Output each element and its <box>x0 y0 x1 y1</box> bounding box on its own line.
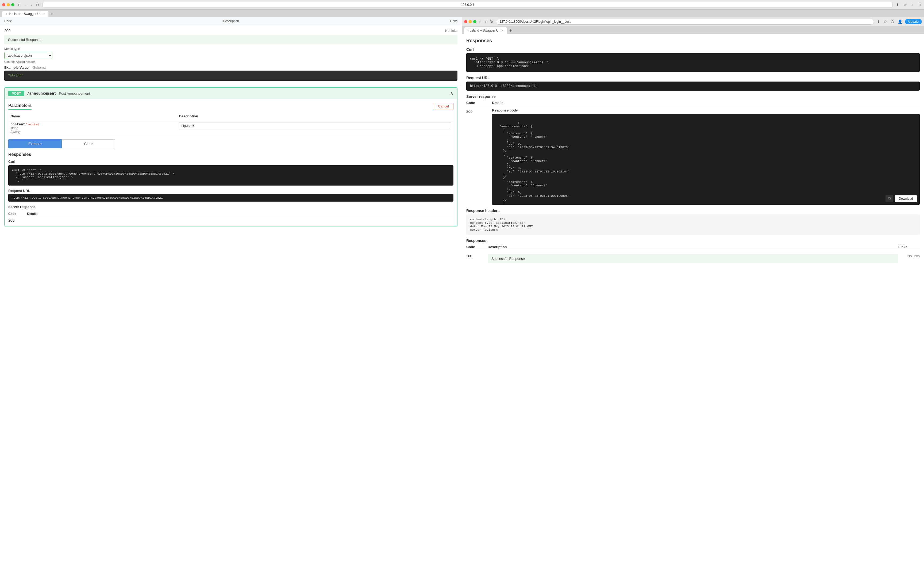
post-header[interactable]: POST /announcement Post Announcement ∧ <box>5 88 457 99</box>
tab-label-right: irusland – Swagger UI <box>468 29 500 32</box>
tab-left-swagger[interactable]: 1 irusland – Swagger UI ✕ <box>2 11 48 17</box>
param-location: (query) <box>11 130 175 134</box>
tab-close-left[interactable]: ✕ <box>42 12 44 16</box>
right-response-200: 200 <box>466 108 488 113</box>
bottom-desc-col: Description <box>488 245 898 249</box>
execute-btn[interactable]: Execute <box>8 139 62 149</box>
response-body-text: { "announcements": [ { "statement": { "c… <box>496 121 570 205</box>
right-request-url-label: Request URL <box>466 76 920 80</box>
tl-yellow-left[interactable] <box>7 3 10 6</box>
parameters-title: Parameters <box>8 103 32 110</box>
server-response-title-left: Server response <box>8 205 454 209</box>
address-bar-right[interactable] <box>496 19 874 25</box>
content-param-input[interactable] <box>179 122 451 129</box>
right-responses-data-row: 200 Successful Response No links <box>466 252 920 265</box>
collapse-section-btn[interactable]: ∧ <box>450 90 454 96</box>
cancel-btn[interactable]: Cancel <box>434 103 454 110</box>
right-responses-table-header: Code Description Links <box>466 245 920 250</box>
back-btn-right[interactable]: ‹ <box>479 19 483 25</box>
bottom-successful-response: Successful Response <box>488 254 898 264</box>
extensions-btn-right[interactable]: ⬡ <box>890 19 895 25</box>
main-layout: Code Description Links 200 No links Succ… <box>0 17 924 570</box>
curl-title-left: Curl <box>8 159 454 164</box>
media-type-label: Media type <box>4 47 457 51</box>
right-server-resp-label: Server response <box>466 94 920 99</box>
bottom-no-links: No links <box>898 254 920 264</box>
address-bar-left[interactable] <box>43 2 892 8</box>
param-required-star: * <box>26 123 27 126</box>
add-tab-btn[interactable]: + <box>910 2 914 8</box>
grid-btn[interactable]: ⊞ <box>916 2 922 8</box>
share-btn[interactable]: ⬆ <box>895 2 900 8</box>
param-type: string <box>11 126 175 130</box>
example-tabs: Example Value Schema <box>4 66 457 69</box>
left-panel: Code Description Links 200 No links Succ… <box>0 17 462 570</box>
forward-btn-right[interactable]: › <box>484 19 488 25</box>
right-responses-title: Responses <box>466 38 920 44</box>
right-curl-code: curl -X 'GET' \ 'http://127.0.0.1:8000/a… <box>466 53 920 72</box>
post-body: Parameters Cancel Name Description <box>5 99 457 226</box>
code-col-left: Code <box>8 212 16 216</box>
tab-bar-left: 1 irusland – Swagger UI ✕ + <box>0 10 924 17</box>
bottom-links-col: Links <box>898 245 920 249</box>
request-url-section-left: Request URL http://127.0.0.1:8000/announ… <box>8 189 454 202</box>
copy-response-body-btn[interactable]: ⧉ <box>886 195 893 202</box>
tab-right-swagger[interactable]: irusland – Swagger UI ✕ <box>464 27 507 34</box>
tl-red-right[interactable] <box>464 20 467 23</box>
action-buttons: Execute Clear <box>8 139 454 149</box>
right-response-headers-block: content-length: 351 content-type: applic… <box>466 215 920 235</box>
tl-yellow-right[interactable] <box>469 20 472 23</box>
parameters-header: Parameters Cancel <box>8 103 454 110</box>
right-swagger-content: Responses Curl curl -X 'GET' \ 'http://1… <box>462 34 924 570</box>
example-value-code: "string" <box>4 70 457 81</box>
clear-btn[interactable]: Clear <box>62 139 115 149</box>
tl-green-left[interactable] <box>11 3 14 6</box>
tab-number: 1 <box>6 12 8 15</box>
share-btn-right[interactable]: ⬆ <box>876 19 881 25</box>
right-successful-response-box: Successful Response <box>488 254 898 264</box>
profile-btn-right[interactable]: 👤 <box>897 19 903 25</box>
server-response-left: Server response Code Details 200 <box>8 205 454 222</box>
schema-tab[interactable]: Schema <box>33 66 46 69</box>
curl-section-left: Curl curl -X 'POST' \ 'http://127.0.0.1:… <box>8 159 454 185</box>
name-col-th: Name <box>8 113 177 120</box>
params-table: Name Description content * requi <box>8 113 454 136</box>
sidebar-toggle-btn[interactable]: ⊡ <box>18 2 22 8</box>
right-response-data-row: 200 Response body { "announcements": [ {… <box>466 108 920 208</box>
new-tab-btn-left[interactable]: + <box>49 11 55 16</box>
tl-green-right[interactable] <box>473 20 477 23</box>
bottom-code-col: Code <box>466 245 488 249</box>
bookmark-btn[interactable]: ☆ <box>903 2 908 8</box>
controls-accept-note: Controls Accept header. <box>4 60 457 63</box>
right-panel: ‹ › ↻ ⬆ ☆ ⬡ 👤 Update irusland – Swagger … <box>462 17 924 570</box>
bottom-code-200: 200 <box>466 254 488 264</box>
download-btn[interactable]: Download <box>895 195 917 202</box>
tl-red-left[interactable] <box>2 3 5 6</box>
tab-close-right[interactable]: ✕ <box>501 29 503 32</box>
links-col-header: Links <box>450 19 457 23</box>
bookmark-btn-right[interactable]: ☆ <box>883 19 888 25</box>
section-header-row: Code Description Links <box>0 17 462 25</box>
right-response-body-label: Response body <box>492 108 920 112</box>
right-response-headers-label: Response headers <box>466 208 920 213</box>
right-curl-label: Curl <box>466 48 920 52</box>
update-btn-right[interactable]: Update <box>905 19 922 25</box>
right-tab-bar: irusland – Swagger UI ✕ + <box>462 26 924 34</box>
response-code-200: 200 <box>4 29 11 33</box>
refresh-btn-right[interactable]: ↻ <box>489 19 494 25</box>
example-value-tab[interactable]: Example Value <box>4 66 29 69</box>
param-required-label: required <box>28 123 39 126</box>
post-method-badge: POST <box>8 90 25 96</box>
back-btn[interactable]: ‹ <box>24 2 28 8</box>
content-param-input-cell <box>177 120 454 136</box>
media-type-select[interactable]: application/json <box>4 52 52 59</box>
settings-btn[interactable]: ⊙ <box>35 2 40 8</box>
right-response-body-code: { "announcements": [ { "statement": { "c… <box>492 114 920 205</box>
request-url-title-left: Request URL <box>8 189 454 193</box>
new-tab-btn-right[interactable]: + <box>508 28 513 33</box>
forward-btn[interactable]: › <box>30 2 33 8</box>
successful-response-text: Successful Response <box>8 38 41 42</box>
traffic-lights-right <box>464 20 477 23</box>
content-param-name: content <box>11 122 25 126</box>
desc-col-th: Description <box>177 113 454 120</box>
